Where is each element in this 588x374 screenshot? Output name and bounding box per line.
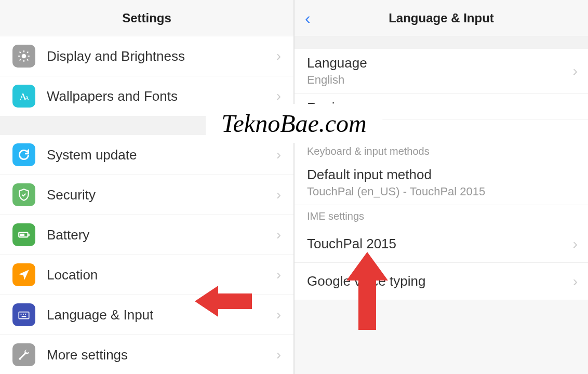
row-touchpal[interactable]: TouchPal 2015 ›: [295, 225, 588, 263]
row-language[interactable]: Language English ›: [295, 49, 588, 94]
row-label: Security: [47, 187, 276, 203]
svg-point-7: [21, 314, 22, 315]
chevron-right-icon: ›: [276, 48, 281, 64]
row-label: More settings: [47, 347, 276, 363]
font-icon: AA: [12, 85, 35, 108]
section-keyboard-methods: Keyboard & input methods: [295, 140, 588, 161]
svg-rect-10: [22, 316, 26, 317]
annotation-arrow-left: [192, 283, 255, 322]
row-battery[interactable]: Battery ›: [0, 215, 293, 255]
row-label: Wallpapers and Fonts: [47, 88, 276, 104]
chevron-right-icon: ›: [573, 273, 578, 290]
shield-icon: [12, 183, 35, 206]
svg-rect-6: [19, 312, 29, 319]
svg-point-8: [23, 314, 24, 315]
chevron-right-icon: ›: [276, 266, 281, 283]
language-input-title: Language & Input: [389, 11, 494, 25]
chevron-right-icon: ›: [573, 236, 578, 252]
row-label: Display and Brightness: [47, 48, 276, 64]
location-icon: [12, 263, 35, 286]
chevron-right-icon: ›: [276, 186, 281, 203]
section-ime-settings: IME settings: [295, 205, 588, 225]
back-button[interactable]: ‹: [305, 8, 311, 28]
update-icon: [12, 143, 35, 166]
language-input-pane: ‹ Language & Input Language English › Re…: [295, 0, 588, 374]
language-input-header: ‹ Language & Input: [295, 0, 588, 36]
row-default-input[interactable]: Default input method TouchPal (en_US) - …: [295, 161, 588, 205]
annotation-arrow-up: [344, 249, 391, 335]
svg-point-0: [22, 54, 26, 59]
row-label: Battery: [47, 227, 276, 243]
brightness-icon: [12, 45, 35, 68]
row-more-settings[interactable]: More settings ›: [0, 335, 293, 374]
wrench-icon: [12, 343, 35, 366]
keyboard-icon: [12, 303, 35, 326]
chevron-right-icon: ›: [276, 226, 281, 243]
default-input-value: TouchPal (en_US) - TouchPal 2015: [307, 185, 576, 198]
chevron-right-icon: ›: [276, 346, 281, 363]
svg-point-9: [25, 314, 26, 315]
row-label: System update: [47, 147, 276, 163]
default-input-title: Default input method: [307, 167, 576, 183]
row-security[interactable]: Security ›: [0, 175, 293, 215]
settings-pane: Settings Display and Brightness › AA Wal…: [0, 0, 295, 374]
language-title: Language: [307, 55, 576, 71]
language-value: English: [307, 73, 576, 87]
row-display-brightness[interactable]: Display and Brightness ›: [0, 36, 293, 76]
settings-title: Settings: [122, 11, 171, 25]
settings-header: Settings: [0, 0, 293, 36]
row-label: Location: [47, 267, 276, 283]
battery-icon: [12, 223, 35, 246]
svg-rect-4: [29, 234, 30, 236]
svg-rect-5: [20, 234, 24, 236]
chevron-right-icon: ›: [573, 63, 578, 79]
chevron-right-icon: ›: [276, 88, 281, 104]
row-google-voice[interactable]: Google voice typing ›: [295, 263, 588, 300]
svg-text:A: A: [24, 94, 30, 102]
watermark-overlay: TeknoBae.com: [206, 104, 382, 143]
chevron-right-icon: ›: [276, 146, 281, 163]
chevron-right-icon: ›: [276, 306, 281, 323]
section-spacer: [295, 36, 588, 49]
